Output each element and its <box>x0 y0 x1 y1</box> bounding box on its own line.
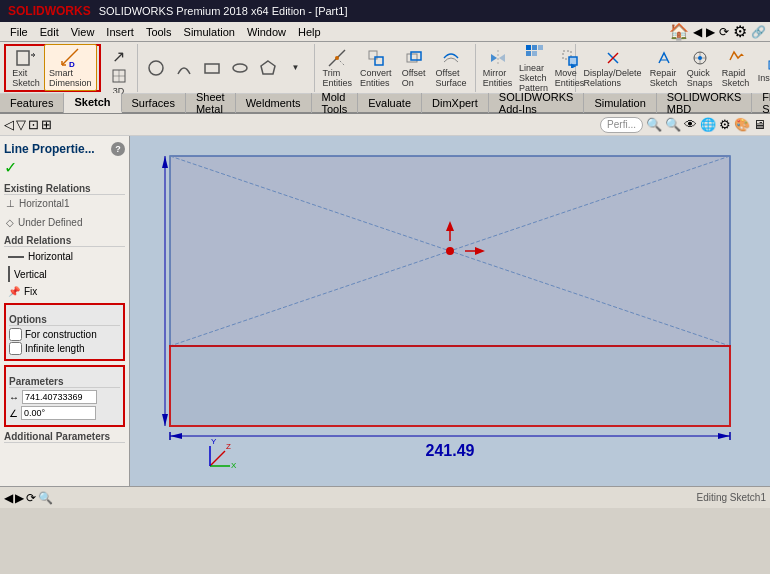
nav-icon-home[interactable]: 🏠 <box>669 22 689 41</box>
svg-point-47 <box>446 247 454 255</box>
icon-search[interactable]: 🔍 <box>646 117 662 132</box>
circle-button[interactable] <box>142 58 170 78</box>
infinite-length-option[interactable]: Infinite length <box>9 342 120 355</box>
menu-file[interactable]: File <box>4 24 34 40</box>
menu-help[interactable]: Help <box>292 24 327 40</box>
horizontal1-relation[interactable]: ⊥ Horizontal1 <box>4 197 125 210</box>
options-section: Options For construction Infinite length <box>4 303 125 361</box>
sub-icon-2[interactable]: ▽ <box>16 117 26 132</box>
offset-on-button[interactable]: OffsetOn <box>396 46 432 90</box>
mirror-entities-button[interactable]: Mirror Entities <box>480 46 516 90</box>
instant2d-label: Instant2D <box>758 73 770 83</box>
nav-icon-refresh[interactable]: ⟳ <box>719 25 729 39</box>
menu-insert[interactable]: Insert <box>100 24 140 40</box>
sketch-svg: 241.49 X Y Z <box>130 136 770 486</box>
trim-entities-button[interactable]: TrimEntities <box>319 46 357 90</box>
tab-dimxpert[interactable]: DimXpert <box>422 93 489 113</box>
tab-mold-tools[interactable]: Mold Tools <box>312 93 359 113</box>
icon-settings[interactable]: ⚙ <box>719 117 731 132</box>
icon-paint[interactable]: 🎨 <box>734 117 750 132</box>
nav-icon-next[interactable]: ▶ <box>706 25 715 39</box>
help-icon[interactable]: ? <box>111 142 125 156</box>
vertical-relation-option[interactable]: Vertical <box>4 264 125 284</box>
svg-point-13 <box>233 64 247 72</box>
svg-point-11 <box>149 61 163 75</box>
tab-mbd[interactable]: SOLIDWORKS MBD <box>657 93 753 113</box>
horizontal1-text: Horizontal1 <box>19 198 70 209</box>
grid-button[interactable] <box>105 68 133 84</box>
tab-simulation[interactable]: Simulation <box>584 93 656 113</box>
for-construction-checkbox[interactable] <box>9 328 22 341</box>
tab-sheet-metal[interactable]: Sheet Metal <box>186 93 236 113</box>
menu-edit[interactable]: Edit <box>34 24 65 40</box>
nav-icon-prev[interactable]: ◀ <box>693 25 702 39</box>
search-text: Perfi... <box>607 119 636 130</box>
exit-sketch-label: ExitSketch <box>12 69 40 89</box>
horizontal-line-icon <box>8 256 24 258</box>
nav-icon-more[interactable]: ⚙ <box>733 22 747 41</box>
quick-snaps-label: QuickSnaps <box>687 68 713 88</box>
smart-dimension-button[interactable]: D SmartDimension <box>44 44 97 92</box>
display-delete-relations-button[interactable]: Display/DeleteRelations <box>580 46 646 90</box>
dropdown-arrow[interactable]: ▼ <box>282 62 310 73</box>
linear-sketch-pattern-button[interactable]: Linear Sketch Pattern <box>516 41 552 95</box>
svg-rect-18 <box>369 51 377 59</box>
trim-entities-label: TrimEntities <box>323 68 353 88</box>
arrow-button[interactable]: ↗ <box>105 46 133 67</box>
tab-features[interactable]: Features <box>0 93 64 113</box>
infinite-length-checkbox[interactable] <box>9 342 22 355</box>
sub-icon-3[interactable]: ⊡ <box>28 117 39 132</box>
bottom-icon-refresh[interactable]: ⟳ <box>26 491 36 505</box>
length-input[interactable] <box>22 390 97 404</box>
add-relations-label: Add Relations <box>4 235 125 247</box>
tab-sketch[interactable]: Sketch <box>64 93 121 113</box>
arc-button[interactable] <box>170 58 198 78</box>
angle-input[interactable] <box>21 406 96 420</box>
bottom-icon-search[interactable]: 🔍 <box>38 491 53 505</box>
rect-button[interactable] <box>198 58 226 78</box>
angle-icon: ∠ <box>9 408 18 419</box>
left-panel: Line Propertie... ? ✓ Existing Relations… <box>0 136 130 486</box>
convert-entities-button[interactable]: ConvertEntities <box>356 46 396 90</box>
tab-surfaces[interactable]: Surfaces <box>122 93 186 113</box>
exit-sketch-button[interactable]: ExitSketch <box>8 45 44 91</box>
sub-toolbar: ◁ ▽ ⊡ ⊞ Perfi... 🔍 🔍 👁 🌐 ⚙ 🎨 🖥 <box>0 114 770 136</box>
nav-icon-signal[interactable]: 🔗 <box>751 25 766 39</box>
offset-surface-button[interactable]: OffsetSurface <box>432 46 471 90</box>
tab-evaluate[interactable]: Evaluate <box>358 93 422 113</box>
icon-zoom[interactable]: 🔍 <box>665 117 681 132</box>
check-mark: ✓ <box>4 158 125 177</box>
menu-view[interactable]: View <box>65 24 101 40</box>
svg-rect-24 <box>532 45 537 50</box>
fix-relation-option[interactable]: 📌 Fix <box>4 284 125 299</box>
sub-icon-4[interactable]: ⊞ <box>41 117 52 132</box>
polygon-button[interactable] <box>254 58 282 78</box>
instant2d-button[interactable]: 2D Instant2D <box>754 51 770 85</box>
display-section: Display/DeleteRelations RepairSketch Qui… <box>576 44 770 92</box>
icon-rotate[interactable]: 🌐 <box>700 117 716 132</box>
horizontal-relation-option[interactable]: Horizontal <box>4 249 125 264</box>
svg-rect-19 <box>375 57 383 65</box>
ellipse-button[interactable] <box>226 58 254 78</box>
for-construction-option[interactable]: For construction <box>9 328 120 341</box>
icon-display[interactable]: 🖥 <box>753 117 766 132</box>
tab-solidworks-addins[interactable]: SOLIDWORKS Add-Ins <box>489 93 585 113</box>
tab-weldments[interactable]: Weldments <box>236 93 312 113</box>
menu-simulation[interactable]: Simulation <box>178 24 241 40</box>
canvas-area[interactable]: 241.49 X Y Z <box>130 136 770 486</box>
sub-icon-1[interactable]: ◁ <box>4 117 14 132</box>
quick-snaps-button[interactable]: QuickSnaps <box>682 46 718 90</box>
app-logo: SOLIDWORKS <box>8 4 91 18</box>
bottom-icon-prev[interactable]: ◀ <box>4 491 13 505</box>
bottom-icon-next[interactable]: ▶ <box>15 491 24 505</box>
menu-tools[interactable]: Tools <box>140 24 178 40</box>
icon-eye[interactable]: 👁 <box>684 117 697 132</box>
menu-window[interactable]: Window <box>241 24 292 40</box>
search-bar[interactable]: Perfi... <box>600 117 643 133</box>
length-icon: ↔ <box>9 392 19 403</box>
rapid-sketch-button[interactable]: RapidSketch <box>718 46 754 90</box>
tab-flow-simulation[interactable]: Flow Simulation <box>752 93 770 113</box>
svg-point-37 <box>698 56 702 60</box>
repair-sketch-button[interactable]: RepairSketch <box>646 46 682 90</box>
svg-text:X: X <box>231 461 237 470</box>
